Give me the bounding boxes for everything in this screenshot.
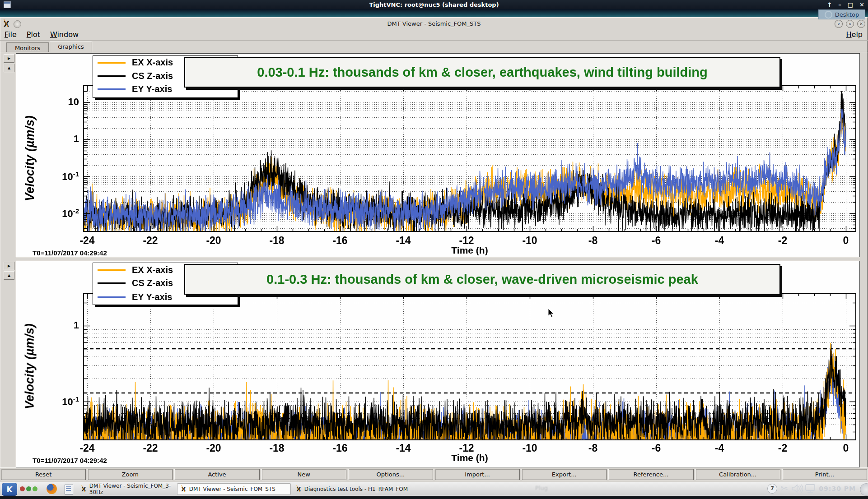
taskbar-window-2[interactable]: XDMT Viewer - Seismic_FOM_STS (177, 483, 291, 495)
import-button[interactable]: Import... (435, 469, 520, 480)
y-axis-title-plot1: Velocity (µm/s) (23, 116, 37, 201)
legend-label: CS Z-axis (132, 71, 173, 81)
y-tick-1: 1 (38, 133, 79, 145)
taskbar-clock[interactable]: 09:30 PM (819, 485, 856, 492)
menu-file[interactable]: File (5, 30, 17, 39)
tab-underline (0, 52, 868, 52)
vnc-minimize-button[interactable]: – (838, 1, 841, 8)
legend-line-sample (98, 282, 126, 284)
x-tick--4: -4 (715, 235, 724, 247)
x-tick-0: 0 (843, 235, 849, 247)
x-tick--10: -10 (522, 235, 537, 247)
legend-label: EY Y-axis (132, 84, 172, 94)
y-tick-1: 1 (38, 319, 79, 331)
new-button[interactable]: New (261, 469, 346, 480)
menu-help[interactable]: Help (846, 30, 863, 39)
desktop-wallpaper-band (0, 9, 868, 17)
x-tick--2: -2 (778, 235, 787, 247)
active-button[interactable]: Active (174, 469, 259, 480)
vnc-maximize-button[interactable]: □ (848, 1, 853, 8)
legend-entry-cs: CS Z-axis (98, 278, 173, 288)
window-title: DMT Viewer - Seismic_FOM_STS (0, 20, 868, 27)
x-tick--6: -6 (652, 442, 661, 454)
legend-line-sample (98, 62, 126, 64)
firefox-icon[interactable] (47, 484, 57, 494)
calibration-button[interactable]: Calibration... (695, 469, 780, 480)
window-minimize-button[interactable]: ∨ (835, 20, 843, 28)
mouse-cursor (548, 308, 557, 318)
kde-menu-button[interactable]: K (2, 483, 17, 496)
legend-line-sample (98, 296, 126, 298)
dot-icon-red[interactable] (20, 486, 25, 491)
plot-title-banner-1: 0.03-0.1 Hz: thousands of km & closer, e… (184, 57, 780, 88)
dot-icon-green[interactable] (26, 486, 31, 491)
pager-7-icon[interactable]: 7̂ (767, 484, 777, 494)
legend-label: EX X-axis (132, 265, 173, 275)
x-tick--24: -24 (79, 235, 94, 247)
window-maximize-button[interactable]: ∧ (846, 20, 854, 28)
dot-icon-green2[interactable] (33, 486, 37, 491)
ghost-artifact-text: Plug (535, 485, 548, 491)
legend-entry-ey: EY Y-axis (98, 84, 172, 94)
menu-items: FilePlotWindow (5, 30, 79, 39)
desktop-tab[interactable]: Desktop (818, 9, 865, 19)
x-tick--4: -4 (715, 442, 724, 454)
legend-entry-cs: CS Z-axis (98, 71, 173, 81)
scroll-button-up-plot2[interactable]: ▲ (4, 271, 14, 280)
reset-button[interactable]: Reset (1, 469, 86, 480)
x-tick--14: -14 (396, 235, 411, 247)
x-tick--20: -20 (206, 442, 221, 454)
vnc-desktop: TightVNC: root@nuc5 (shared desktop) ↑–□… (0, 0, 868, 499)
desktop-tab-icon (825, 11, 832, 18)
menubar (0, 28, 868, 41)
taskbar-window-label: DMT Viewer - Seismic_FOM_STS (189, 486, 275, 492)
scroll-button-up-plot1[interactable]: ▲ (4, 64, 14, 72)
x-tick--18: -18 (269, 235, 284, 247)
tab-monitors[interactable]: Monitors (6, 42, 49, 52)
vnc-monitor-icon[interactable] (805, 484, 816, 495)
legend-entry-ey: EY Y-axis (98, 292, 172, 302)
volume-icon[interactable] (791, 484, 803, 495)
vnc-close-button[interactable]: ✕ (859, 1, 864, 8)
y-tick-10e-1: 10-1 (38, 395, 79, 408)
scroll-button-right-plot2[interactable]: ▶ (4, 262, 14, 270)
x-tick--8: -8 (588, 442, 597, 454)
export-button[interactable]: Export... (522, 469, 607, 480)
dmt-x-icon: X (81, 486, 86, 492)
x-tick--2: -2 (778, 442, 787, 454)
x-tick--6: -6 (652, 235, 661, 247)
menu-plot[interactable]: Plot (27, 30, 40, 39)
file-manager-icon[interactable] (65, 485, 73, 494)
taskbar-window-1[interactable]: XDMT Viewer - Seismic_FOM_3-30Hz (78, 483, 175, 495)
x-tick--24: -24 (79, 442, 94, 454)
taskbar-window-3[interactable]: XDiagnostics test tools - H1_RFAM_FOM (293, 483, 409, 495)
tab-graphics[interactable]: Graphics (50, 41, 92, 52)
dmt-button-bar: ResetZoomActiveNewOptions...Import...Exp… (0, 467, 868, 481)
tabbar: MonitorsGraphics (0, 40, 868, 52)
x-tick--16: -16 (332, 235, 347, 247)
options-button[interactable]: Options... (348, 469, 433, 480)
taskbar-window-label: DMT Viewer - Seismic_FOM_3-30Hz (89, 483, 175, 495)
x-tick--20: -20 (206, 235, 221, 247)
x-tick-0: 0 (843, 442, 849, 454)
x-tick--14: -14 (396, 442, 411, 454)
legend-line-sample (98, 269, 126, 271)
scissors-icon[interactable]: ✂ (780, 483, 789, 494)
legend-line-sample (98, 88, 126, 90)
legend-entry-ex: EX X-axis (98, 57, 173, 68)
window-close-button[interactable]: ✕ (857, 20, 865, 28)
x-tick--22: -22 (143, 235, 158, 247)
screen-bottom-strip (0, 496, 868, 499)
menu-window[interactable]: Window (50, 30, 79, 39)
vnc-window-icon (4, 1, 11, 8)
scroll-button-right-plot1[interactable]: ▶ (4, 54, 14, 63)
collapse-arrow-icon[interactable]: △ (819, 486, 822, 492)
reference-button[interactable]: Reference... (608, 469, 693, 480)
x-tick--16: -16 (332, 442, 347, 454)
x-axis-title-plot2: Time (h) (451, 453, 488, 463)
print-button[interactable]: Print... (782, 469, 867, 480)
zoom-button[interactable]: Zoom (88, 469, 173, 480)
t0-label-plot1: T0=11/07/2017 04:29:42 (33, 249, 107, 257)
vnc-up-button[interactable]: ↑ (827, 1, 832, 8)
legend-line-sample (98, 75, 126, 77)
